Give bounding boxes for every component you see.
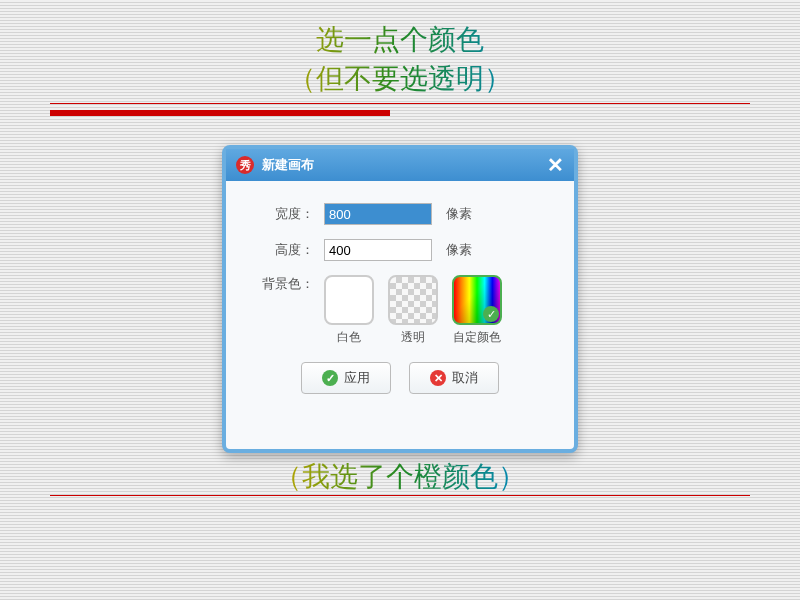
height-input[interactable] (324, 239, 432, 261)
new-canvas-dialog: 秀 新建画布 ✕ 宽度： 像素 高度： 像素 背景色： 白色 透明 (222, 145, 578, 453)
width-row: 宽度： 像素 (250, 203, 550, 225)
bg-transparent-label: 透明 (401, 329, 425, 346)
bg-white-label: 白色 (337, 329, 361, 346)
top-annotation: 选一点个颜色 （但不要选透明） (0, 20, 800, 98)
height-row: 高度： 像素 (250, 239, 550, 261)
cancel-circle-icon: ✕ (430, 370, 446, 386)
dialog-titlebar[interactable]: 秀 新建画布 ✕ (226, 149, 574, 181)
bg-custom-label: 自定颜色 (453, 329, 501, 346)
bottom-annotation-line: （我选了个橙颜色） (0, 458, 800, 496)
button-row: ✓ 应用 ✕ 取消 (250, 362, 550, 394)
divider-bottom (50, 495, 750, 496)
checkmark-icon: ✓ (483, 306, 499, 322)
top-annotation-line2: （但不要选透明） (0, 59, 800, 98)
width-label: 宽度： (250, 205, 314, 223)
transparent-swatch-icon (388, 275, 438, 325)
height-unit: 像素 (446, 241, 472, 259)
close-icon[interactable]: ✕ (547, 153, 564, 177)
divider-top (50, 103, 750, 104)
background-label: 背景色： (250, 275, 314, 293)
cancel-button[interactable]: ✕ 取消 (409, 362, 499, 394)
bg-option-transparent[interactable]: 透明 (388, 275, 438, 346)
background-options: 白色 透明 ✓ 自定颜色 (324, 275, 502, 346)
dialog-title: 新建画布 (262, 156, 314, 174)
height-label: 高度： (250, 241, 314, 259)
dialog-body: 宽度： 像素 高度： 像素 背景色： 白色 透明 (226, 181, 574, 410)
apply-button-label: 应用 (344, 369, 370, 387)
width-input[interactable] (324, 203, 432, 225)
background-row: 背景色： 白色 透明 ✓ 自定颜色 (250, 275, 550, 346)
bottom-annotation: （我选了个橙颜色） (0, 458, 800, 496)
bg-option-white[interactable]: 白色 (324, 275, 374, 346)
top-annotation-line1: 选一点个颜色 (0, 20, 800, 59)
check-circle-icon: ✓ (322, 370, 338, 386)
apply-button[interactable]: ✓ 应用 (301, 362, 391, 394)
cancel-button-label: 取消 (452, 369, 478, 387)
bg-option-custom[interactable]: ✓ 自定颜色 (452, 275, 502, 346)
width-unit: 像素 (446, 205, 472, 223)
custom-color-swatch-icon: ✓ (452, 275, 502, 325)
app-logo-icon: 秀 (236, 156, 254, 174)
red-underline (50, 110, 390, 116)
white-swatch-icon (324, 275, 374, 325)
